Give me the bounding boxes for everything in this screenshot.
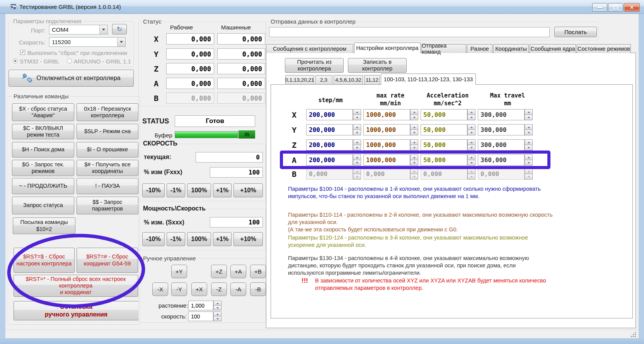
baud-dropdown-button[interactable] [117,38,125,46]
spinner-down-icon[interactable] [353,130,361,135]
spindle-plus1-button[interactable]: +1% [213,232,232,246]
spindle-minus10-button[interactable]: -10% [142,232,165,246]
cmd-firmware-info-button[interactable]: $I - О прошивке [77,142,138,157]
spinner-up-icon[interactable] [353,109,361,115]
tab-controller-messages[interactable]: Сообщения с контроллером [266,44,353,53]
jog-plus-a-button[interactable]: +A [230,265,246,278]
spinner-up-icon[interactable] [410,124,418,130]
jog-plus-y-button[interactable]: +Y [171,265,187,278]
step-y-stepper[interactable]: 200,000 [306,124,361,135]
spinner-up-icon[interactable] [410,139,418,145]
spinner-down-icon[interactable] [213,317,221,321]
spinner-up-icon[interactable] [353,139,361,145]
radio-arduino[interactable] [67,58,72,63]
rst-all-button[interactable]: $RST=* - Полный сброс всех настроек конт… [14,275,138,297]
travel-z-stepper[interactable]: 300,000 [478,139,533,151]
radio-stm32[interactable] [13,58,18,63]
cmd-pause-button[interactable]: ! - ПАУЗА [77,178,138,194]
spinner-down-icon[interactable] [410,160,418,166]
spinner-down-icon[interactable] [525,160,533,166]
spinner-up-icon[interactable] [213,301,221,306]
spinner-down-icon[interactable] [410,130,418,135]
spinner-down-icon[interactable] [467,160,475,166]
spinner-up-icon[interactable] [525,109,533,115]
spinner-up-icon[interactable] [467,139,475,145]
spinner-up-icon[interactable] [410,154,418,160]
cmd-reset-0x18-button[interactable]: 0x18 - Перезапуск контроллера [77,103,138,121]
write-to-controller-button[interactable]: Записать в контроллер [348,58,407,73]
cmd-check-mode-button[interactable]: $C - ВКЛ/ВЫКЛ режим теста [12,124,74,139]
jog-minus-x-button[interactable]: -X [152,282,168,296]
spinner-down-icon[interactable] [213,306,221,310]
send-button[interactable]: Послать [554,27,597,37]
spinner-down-icon[interactable] [525,130,533,135]
cmd-params-query-button[interactable]: $$ - Запрос параметров [77,197,138,214]
spinner-down-icon[interactable] [410,145,418,151]
cmd-resume-button[interactable]: ~ - ПРОДОЛЖИТЬ [12,178,74,194]
jog-minus-a-button[interactable]: -A [230,282,246,296]
feed-100-button[interactable]: 100% [187,183,211,197]
feed-minus1-button[interactable]: -1% [167,183,185,197]
spinner-up-icon[interactable] [353,124,361,130]
spinner-down-icon[interactable] [467,130,475,135]
subtab-100-133[interactable]: 100-103, 110-113,120-123, 130-133 [381,74,476,85]
subtab-0-1-13-20-21[interactable]: 0,1,13,20,21 [285,75,314,84]
subtab-11-12[interactable]: 11,12 [364,75,380,84]
spinner-down-icon[interactable] [525,115,533,120]
jog-plus-b-button[interactable]: +B [250,265,266,278]
rate-x-stepper[interactable]: 1000,000 [363,109,418,120]
jog-minus-y-button[interactable]: -Y [171,282,187,296]
spinner-up-icon[interactable] [410,109,418,115]
port-dropdown-button[interactable] [99,25,107,34]
spinner-up-icon[interactable] [353,154,361,160]
tab-send-commands[interactable]: Отправка команд [421,44,466,53]
spinner-up-icon[interactable] [525,154,533,160]
minimize-button[interactable] [592,3,607,12]
rst-coords-button[interactable]: $RST=# - Сброс координат G54-59 [77,248,138,273]
jog-speed-stepper[interactable]: 100 [188,311,221,321]
accel-x-stepper[interactable]: 50,000 [421,109,475,120]
spinner-up-icon[interactable] [525,124,533,130]
refresh-ports-button[interactable]: ↻ [112,24,127,34]
tab-controller-settings[interactable]: Настройки контроллера [354,43,421,53]
travel-a-stepper[interactable]: 360,000 [478,154,533,166]
feed-plus10-button[interactable]: +10% [233,183,263,197]
reset-on-connect-checkbox[interactable]: ✓ [20,50,25,55]
accel-a-stepper[interactable]: 50,000 [421,154,475,166]
step-z-stepper[interactable]: 200,000 [306,139,361,151]
step-x-stepper[interactable]: 200,000 [306,109,361,120]
jog-plus-x-button[interactable]: +X [191,282,207,296]
cmd-gcode-modes-button[interactable]: $G - Запрос тек. режимов [12,160,74,176]
rate-y-stepper[interactable]: 1000,000 [363,124,418,135]
cmd-send-10-2-button[interactable]: Посылка команды $10=2 [13,217,75,234]
jog-minus-z-button[interactable]: -Z [211,282,227,296]
cmd-sleep-button[interactable]: $SLP - Режим сна [77,124,138,139]
subtab-2-3[interactable]: 2,3 [315,75,332,84]
jog-minus-b-button[interactable]: -B [250,282,266,296]
cmd-status-query-button[interactable]: Запрос статуса [12,197,74,214]
jog-plus-z-button[interactable]: +Z [211,265,227,278]
spinner-down-icon[interactable] [410,115,418,120]
spindle-plus10-button[interactable]: +10% [233,232,263,246]
spinner-up-icon[interactable] [467,109,475,115]
maximize-button[interactable] [608,3,623,12]
travel-x-stepper[interactable]: 300,000 [478,109,533,120]
port-combobox[interactable]: COM4 [49,25,108,34]
subtab-4-5-6-10-32[interactable]: 4,5,6,10,32 [334,75,363,84]
tab-core-messages[interactable]: Сообщения ядра [530,44,576,53]
feed-minus10-button[interactable]: -10% [142,183,165,197]
rate-a-stepper[interactable]: 1000,000 [363,154,418,166]
spinner-down-icon[interactable] [525,145,533,151]
baud-combobox[interactable]: 115200 [49,37,126,47]
resize-grip[interactable] [631,332,636,337]
spinner-up-icon[interactable] [525,139,533,145]
read-from-controller-button[interactable]: Прочитать из контроллера [285,58,344,73]
tab-modes-state[interactable]: Состояние режимов [577,44,631,53]
step-a-stepper[interactable]: 200,000 [306,154,361,166]
accel-z-stepper[interactable]: 50,000 [421,139,475,151]
rate-z-stepper[interactable]: 1000,000 [363,139,418,151]
cmd-all-coords-button[interactable]: $# - Получить все координаты [77,160,138,176]
travel-y-stepper[interactable]: 300,000 [478,124,533,135]
spinner-down-icon[interactable] [353,160,361,166]
spindle-minus1-button[interactable]: -1% [167,232,185,246]
